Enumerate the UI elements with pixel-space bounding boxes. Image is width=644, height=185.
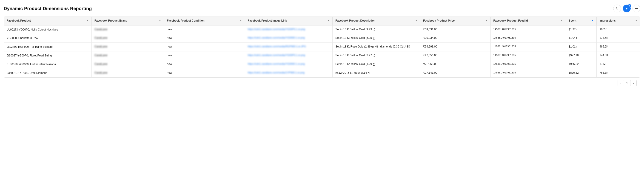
sort-icon-image-link: ▼ bbox=[327, 19, 330, 22]
filter-badge: 1 bbox=[628, 4, 631, 7]
cell-facebook-product-image-link: https://cdn1.caratlane.com/media/RGP900.… bbox=[245, 43, 332, 51]
cell-facebook-product-image-link: https://cdn1.caratlane.com/media/YG00P0.… bbox=[245, 25, 332, 34]
page-title: Dynamic Product Dimensions Reporting bbox=[4, 6, 92, 11]
cell-facebook-product-feed-id: 1453814017981335 bbox=[490, 69, 566, 77]
col-header-facebook-product-condition[interactable]: Facebook Product Condition ▼ bbox=[164, 17, 245, 25]
cell-impressions: 96.2K bbox=[597, 25, 640, 34]
cell-facebook-product-brand: CaratLane bbox=[92, 60, 164, 69]
cell-facebook-product-price: ₹30,034.00 bbox=[420, 34, 490, 43]
cell-facebook-product: 6t30027-YG00P0, Floret Pearl String bbox=[4, 51, 92, 60]
col-header-facebook-product-feed-id[interactable]: Facebook Product Feed Id ▼ bbox=[490, 17, 566, 25]
table-footer: ‹ 1 › bbox=[4, 78, 640, 89]
cell-facebook-product-feed-id: 1453814017981335 bbox=[490, 34, 566, 43]
table-row: UL00273-YG00P0, Nelia Cutout NecklaceCar… bbox=[4, 25, 640, 34]
cell-facebook-product-description: Set in 18 Kt Rose Gold (2.89 g) with dia… bbox=[332, 43, 420, 51]
cell-impressions: 1.3M bbox=[597, 60, 640, 69]
table-row: 6t30027-YG00P0, Floret Pearl StringCarat… bbox=[4, 51, 640, 60]
cell-facebook-product-price: ₹7,796.00 bbox=[420, 60, 490, 69]
cell-facebook-product: 9x02402-RGP900, Tia Twine Solitaire bbox=[4, 43, 92, 51]
cell-facebook-product-brand: CaratLane bbox=[92, 25, 164, 34]
filter-button[interactable]: ▼ 1 bbox=[623, 4, 631, 12]
col-header-facebook-product-brand[interactable]: Facebook Product Brand ▼ bbox=[92, 17, 164, 25]
data-table: Facebook Product ▼ Facebook Product Bran… bbox=[4, 17, 640, 77]
table-header-row: Facebook Product ▼ Facebook Product Bran… bbox=[4, 17, 640, 25]
cell-facebook-product-description: Set in 18 Kt Yellow Gold (1.29 g) bbox=[332, 60, 420, 69]
cell-facebook-product-description: (0.12 Ct, IJ-SI, Round),14 Kt bbox=[332, 69, 420, 77]
filter-icon: ▼ bbox=[625, 7, 628, 10]
cell-facebook-product-image-link: https://cdn1.caratlane.com/media/YG00P0.… bbox=[245, 51, 332, 60]
col-header-facebook-product-price[interactable]: Facebook Product Price ▼ bbox=[420, 17, 490, 25]
cell-facebook-product: YG0000, Charlotte 3 Row bbox=[4, 34, 92, 43]
col-header-impressions[interactable]: Impressions ▼ bbox=[597, 17, 640, 25]
cell-facebook-product-price: ₹54,293.00 bbox=[420, 43, 490, 51]
cell-spent: $966.82 bbox=[566, 60, 597, 69]
refresh-button[interactable]: ↻ bbox=[613, 4, 621, 12]
cell-facebook-product-price: ₹59,531.00 bbox=[420, 25, 490, 34]
sort-icon-condition: ▼ bbox=[240, 19, 242, 22]
cell-facebook-product: UL00273-YG00P0, Nelia Cutout Necklace bbox=[4, 25, 92, 34]
cell-spent: $1.37k bbox=[566, 25, 597, 34]
col-header-facebook-product-image-link[interactable]: Facebook Product Image Link ▼ bbox=[245, 17, 332, 25]
cell-facebook-product-description: Set in 18 Kt Yellow Gold (5.05 g) bbox=[332, 34, 420, 43]
cell-facebook-product-feed-id: 1453814017981335 bbox=[490, 43, 566, 51]
cell-facebook-product: 0T80018-YG0000, Flutter Infant Nazaria bbox=[4, 60, 92, 69]
sort-icon-spent: ↑▼ bbox=[590, 19, 594, 22]
cell-facebook-product-feed-id: 1453814017981335 bbox=[490, 60, 566, 69]
cell-impressions: 763.3K bbox=[597, 69, 640, 77]
sort-icon-impressions: ▼ bbox=[635, 19, 637, 22]
more-icon: ••• bbox=[635, 7, 638, 10]
cell-facebook-product-image-link: https://cdn1.caratlane.com/media/1YP900.… bbox=[245, 69, 332, 77]
cell-spent: $1.01k bbox=[566, 43, 597, 51]
cell-facebook-product-feed-id: 1453814017981335 bbox=[490, 51, 566, 60]
refresh-icon: ↻ bbox=[616, 7, 618, 10]
cell-facebook-product-image-link: https://cdn1.caratlane.com/media/YG0000.… bbox=[245, 34, 332, 43]
sort-icon-price: ▼ bbox=[486, 19, 488, 22]
cell-facebook-product-condition: new bbox=[164, 25, 245, 34]
prev-page-button[interactable]: ‹ bbox=[618, 80, 624, 86]
cell-facebook-product: 9360319-1YP900, Urmi Diamond bbox=[4, 69, 92, 77]
sort-icon-brand: ▼ bbox=[159, 19, 161, 22]
sort-icon-facebook-product: ▼ bbox=[86, 19, 89, 22]
header-actions: ↻ ▼ 1 ••• bbox=[613, 4, 640, 12]
cell-facebook-product-feed-id: 1453814017981335 bbox=[490, 25, 566, 34]
cell-facebook-product-condition: new bbox=[164, 34, 245, 43]
cell-impressions: 173.6K bbox=[597, 34, 640, 43]
cell-facebook-product-condition: new bbox=[164, 43, 245, 51]
cell-impressions: 465.2K bbox=[597, 43, 640, 51]
cell-facebook-product-price: ₹27,056.00 bbox=[420, 51, 490, 60]
col-header-facebook-product-description[interactable]: Facebook Product Description ▼ bbox=[332, 17, 420, 25]
col-header-facebook-product[interactable]: Facebook Product ▼ bbox=[4, 17, 92, 25]
table-row: 9x02402-RGP900, Tia Twine SolitaireCarat… bbox=[4, 43, 640, 51]
cell-impressions: 144.8K bbox=[597, 51, 640, 60]
table-row: YG0000, Charlotte 3 RowCaratLanenewhttps… bbox=[4, 34, 640, 43]
cell-spent: $1.04k bbox=[566, 34, 597, 43]
data-table-container: Facebook Product ▼ Facebook Product Bran… bbox=[4, 16, 640, 78]
cell-facebook-product-brand: CaratLane bbox=[92, 69, 164, 77]
cell-spent: $977.18 bbox=[566, 51, 597, 60]
cell-facebook-product-condition: new bbox=[164, 69, 245, 77]
pagination: ‹ 1 › bbox=[618, 80, 637, 86]
sort-icon-feed-id: ▼ bbox=[560, 19, 563, 22]
cell-facebook-product-image-link: https://cdn1.caratlane.com/media/YG0000.… bbox=[245, 60, 332, 69]
cell-facebook-product-description: Set in 18 Kt Yellow Gold (9.79 g) bbox=[332, 25, 420, 34]
next-page-button[interactable]: › bbox=[630, 80, 637, 86]
more-options-button[interactable]: ••• bbox=[632, 4, 640, 12]
table-row: 0T80018-YG0000, Flutter Infant NazariaCa… bbox=[4, 60, 640, 69]
sort-icon-description: ▼ bbox=[415, 19, 418, 22]
col-header-spent[interactable]: Spent ↑▼ bbox=[566, 17, 597, 25]
cell-facebook-product-brand: CaratLane bbox=[92, 34, 164, 43]
cell-spent: $820.32 bbox=[566, 69, 597, 77]
cell-facebook-product-condition: new bbox=[164, 60, 245, 69]
cell-facebook-product-price: ₹17,141.00 bbox=[420, 69, 490, 77]
cell-facebook-product-condition: new bbox=[164, 51, 245, 60]
table-row: 9360319-1YP900, Urmi DiamondCaratLanenew… bbox=[4, 69, 640, 77]
cell-facebook-product-brand: CaratLane bbox=[92, 51, 164, 60]
current-page: 1 bbox=[626, 81, 629, 85]
cell-facebook-product-description: Set in 18 Kt Yellow Gold (3.97 g) bbox=[332, 51, 420, 60]
cell-facebook-product-brand: CaratLane bbox=[92, 43, 164, 51]
